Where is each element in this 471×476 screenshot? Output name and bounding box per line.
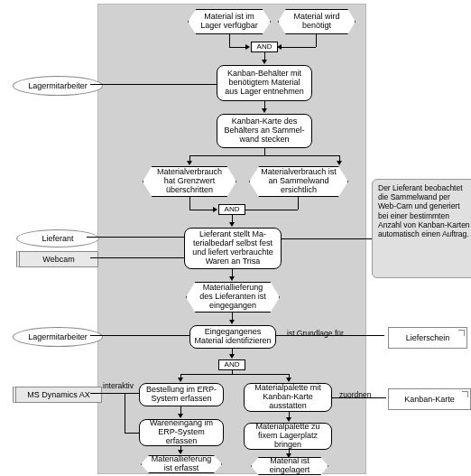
event-material-stored: Material ist eingelagert <box>251 457 328 475</box>
doc-kanban-karte: Kanban-Karte <box>388 388 471 410</box>
and-connector-1: AND <box>251 42 278 52</box>
and-connector-2: AND <box>218 204 245 215</box>
event-delivery-arrived: Materiallieferung des Lieferanten ist ei… <box>186 282 280 313</box>
function-bring-to-storage: Materialpalette zu fixem Lagerplatz brin… <box>244 423 332 450</box>
event-material-available: Material ist im Lager verfügbar <box>188 9 271 34</box>
function-equip-pallet: Materialpalette mit Kanban-Karte ausstat… <box>244 383 332 412</box>
function-supplier-delivers: Lieferant stellt Ma-terialbedarf selbst … <box>184 228 282 269</box>
note-supplier-webcam: Der Lieferant beobachtet die Sammelwand … <box>372 179 471 278</box>
role-lagermitarbeiter-1: Lagermitarbeiter <box>13 76 103 96</box>
function-identify-material: Eingegangenes Material identifizieren <box>189 325 276 349</box>
event-delivery-recorded: Materiallieferung ist erfasst <box>141 455 222 473</box>
role-lieferant: Lieferant <box>16 229 99 247</box>
function-erp-order: Bestellung im ERP-System erfassen <box>139 383 224 406</box>
doc-lieferschein: Lieferschein <box>388 327 467 349</box>
system-webcam: Webcam <box>16 251 98 267</box>
label-grundlage: ist Grundlage für <box>287 329 344 338</box>
function-take-kanban: Kanban-Behälter mit benötigtem Material … <box>217 65 312 101</box>
event-visible-on-board: Materialverbrauch ist an Sammelwand ersi… <box>249 166 348 197</box>
system-erp: MS Dynamics AX <box>13 387 102 403</box>
event-material-needed: Material wird benötigt <box>278 9 356 34</box>
and-connector-3: AND <box>218 359 245 370</box>
event-threshold-exceeded: Materialverbrauch hat Grenzwert überschr… <box>143 166 236 197</box>
function-put-card: Kanban-Karte des Behälters an Sammel-wan… <box>217 114 312 148</box>
function-erp-goods-receipt: Wareneingang im ERP-System erfassen <box>139 419 224 446</box>
role-lagermitarbeiter-2: Lagermitarbeiter <box>13 327 103 347</box>
label-interaktiv: interaktiv <box>103 381 134 390</box>
